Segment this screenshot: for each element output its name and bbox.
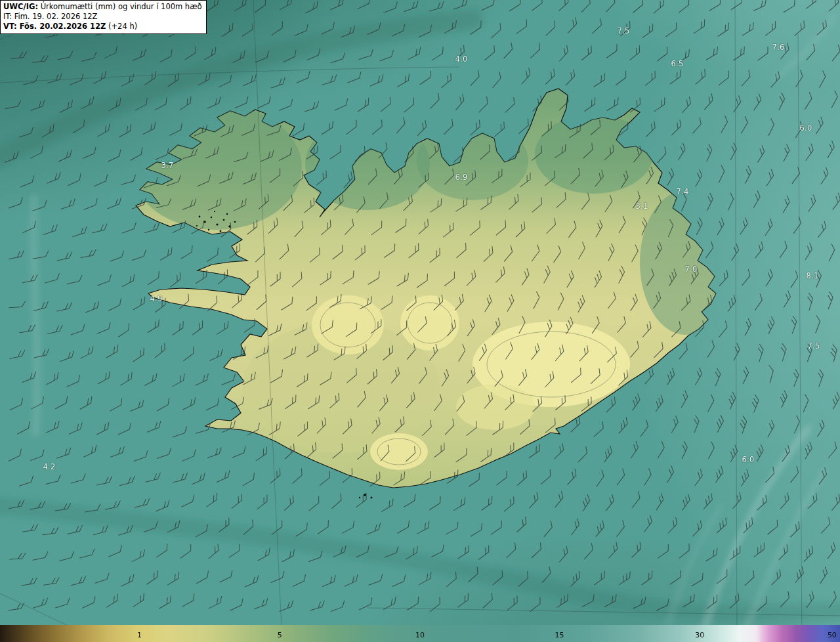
wind-barb (355, 98, 371, 112)
wind-barb (591, 74, 608, 87)
wind-barb (691, 169, 704, 186)
wind-barb (715, 321, 730, 337)
wind-barb (427, 93, 442, 109)
wind-barb (824, 244, 836, 261)
wind-barb (754, 345, 765, 362)
wind-barb (639, 24, 656, 37)
wind-barb (827, 91, 839, 108)
wind-barb (603, 397, 618, 412)
wind-barb (589, 18, 604, 33)
wind-barb (617, 21, 633, 35)
colorbar-tick: 10 (415, 631, 425, 639)
wind-barb (691, 368, 704, 385)
wind-barb (444, 522, 461, 534)
wind-barb (81, 147, 98, 158)
wind-barb (95, 124, 112, 137)
wind-barb (329, 494, 345, 509)
wind-barb (205, 544, 221, 559)
wind-barb (738, 367, 750, 384)
wind-barb (738, 70, 753, 86)
wind-barb (764, 119, 776, 136)
wind-barb (737, 116, 750, 133)
wind-barb (119, 477, 136, 486)
wind-barb (777, 43, 791, 59)
wind-barb (578, 0, 593, 12)
wind-barb (47, 325, 64, 333)
wind-barb (526, 492, 541, 508)
wind-barb (802, 144, 816, 160)
wind-barb (451, 498, 468, 511)
wind-barb (22, 75, 39, 85)
wind-barb (80, 52, 97, 61)
wind-barb (676, 0, 692, 12)
wind-barb (132, 451, 149, 461)
wind-barb (67, 423, 84, 434)
wind-barb (452, 45, 467, 60)
wind-barb (740, 22, 757, 35)
wind-barb (343, 120, 360, 134)
wind-barb (167, 123, 184, 135)
wind-barb (131, 297, 148, 309)
wind-barb (43, 274, 60, 283)
wind-barb (726, 143, 738, 160)
wind-barb (32, 552, 49, 561)
wind-barb (156, 448, 173, 459)
wind-barb (254, 495, 270, 509)
wind-barb (240, 23, 256, 36)
wind-barb (707, 0, 724, 11)
wind-barb (715, 23, 732, 36)
wind-barb (41, 225, 58, 234)
wind-barb (144, 570, 160, 584)
map-title: Úrkomumætti (mm) og vindur í 100m hæð (38, 2, 202, 11)
wind-barb (714, 165, 726, 182)
wind-barb (627, 442, 640, 458)
wind-barb (581, 98, 598, 112)
wind-barb (468, 523, 485, 536)
wind-barb (207, 349, 224, 361)
colorbar-tick: 30 (695, 631, 704, 639)
wind-barb (427, 497, 443, 510)
wind-barb (281, 496, 297, 511)
wind-barb (382, 2, 399, 12)
wind-barb (401, 98, 417, 112)
wind-barb (492, 121, 507, 136)
wind-barb (592, 521, 606, 536)
wind-barb (58, 100, 75, 112)
valid-offset: (+24 h) (106, 22, 137, 31)
wind-barb (613, 71, 629, 85)
wind-barb (615, 417, 630, 433)
wind-barb (369, 120, 385, 135)
wind-barb (655, 544, 671, 558)
wind-barb (377, 97, 393, 112)
wind-barb (823, 141, 836, 158)
wind-barb (214, 321, 230, 334)
wind-barb (358, 49, 375, 59)
wind-barb (44, 372, 61, 385)
map-canvas: 7.57.66.54.06.03.76.97.43.17.08.17.54.94… (0, 0, 840, 642)
wind-barb (71, 226, 88, 236)
wind-barb (303, 1, 320, 12)
wind-barb (121, 223, 138, 233)
wind-barb (467, 120, 483, 135)
wind-barb (740, 318, 753, 335)
wind-barb (392, 118, 407, 133)
wind-barb (140, 122, 158, 134)
wind-barb (627, 46, 643, 60)
wind-barb (327, 145, 344, 159)
wind-barb (96, 275, 113, 286)
wind-barb (83, 301, 100, 312)
wind-barb (32, 598, 49, 608)
wind-barb (70, 576, 87, 586)
wind-barb (723, 193, 735, 210)
wind-barb (146, 421, 163, 433)
wind-barb (91, 224, 108, 233)
wind-barb (29, 450, 46, 461)
wind-barb (201, 47, 219, 60)
wind-barb (787, 466, 801, 482)
wind-barb (791, 567, 806, 582)
wind-barb (814, 370, 824, 387)
wind-barb (804, 195, 818, 211)
wind-barb (642, 121, 658, 137)
wind-barb (220, 374, 237, 385)
wind-barb (527, 43, 543, 58)
